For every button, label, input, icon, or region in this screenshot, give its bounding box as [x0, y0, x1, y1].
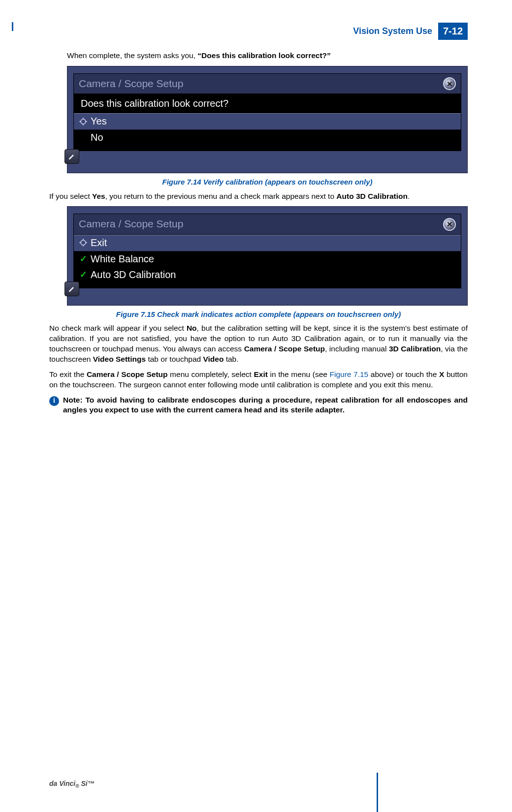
option-no[interactable]: No [74, 130, 461, 146]
panel-body-2: Exit ✓ White Balance ✓ Auto 3D Calibrati… [73, 234, 461, 288]
t-bold-yes: Yes [92, 192, 105, 200]
panel-title-2: Camera / Scope Setup [79, 217, 183, 231]
figure-7-15-caption: Figure 7.15 Check mark indicates action … [49, 310, 468, 319]
target-icon [79, 117, 88, 126]
pn-k: tab. [224, 355, 238, 363]
pn-j: Video [203, 355, 224, 363]
pe-c: menu completely, select [167, 370, 254, 378]
page-number-badge: 7-12 [438, 23, 468, 40]
pe-a: To exit the [49, 370, 87, 378]
camera-scope-panel-verify: Camera / Scope Setup ✕ Does this calibra… [67, 66, 468, 173]
calibration-prompt: Does this calibration look correct? [74, 94, 461, 113]
figure-7-14-caption: Figure 7.14 Verify calibration (appears … [49, 177, 468, 187]
bottom-right-rule [377, 773, 378, 812]
svg-point-5 [81, 240, 86, 245]
close-icon-2[interactable]: ✕ [443, 218, 456, 231]
footer-reg: ® [75, 783, 79, 789]
t-bold-auto3d: Auto 3D Calibration [336, 192, 408, 200]
figure-7-14: Camera / Scope Setup ✕ Does this calibra… [49, 66, 468, 173]
option-no-label: No [91, 131, 103, 144]
page-header: Vision System Use 7-12 [49, 23, 468, 40]
option-white-balance[interactable]: ✓ White Balance [74, 251, 461, 267]
pn-a: No check mark will appear if you select [49, 324, 187, 332]
pe-g: X [439, 370, 444, 378]
figure-7-15-link[interactable]: Figure 7.15 [330, 370, 369, 378]
pe-e: in the menu (see [268, 370, 330, 378]
paragraph-no: No check mark will appear if you select … [49, 323, 468, 365]
top-left-rule [12, 22, 13, 31]
close-icon[interactable]: ✕ [443, 77, 456, 90]
note-block: i Note: To avoid having to calibrate end… [49, 395, 468, 416]
t3: . [408, 192, 410, 200]
section-title: Vision System Use [353, 25, 432, 37]
panel-title: Camera / Scope Setup [79, 77, 183, 91]
option-exit-label: Exit [91, 236, 107, 250]
footer-suffix: Si™ [79, 780, 95, 787]
option-exit[interactable]: Exit [74, 235, 461, 251]
paragraph-yes: If you select Yes, you return to the pre… [49, 191, 468, 202]
figure-7-15: Camera / Scope Setup ✕ Exit ✓ White Bala… [49, 206, 468, 305]
t2: , you return to the previous menu and a … [105, 192, 337, 200]
paragraph-exit: To exit the Camera / Scope Setup menu co… [49, 370, 468, 390]
footer-name: da Vinci [49, 780, 75, 787]
pe-f: above) or touch the [368, 370, 439, 378]
panel-titlebar: Camera / Scope Setup ✕ [73, 73, 461, 94]
option-wb-label: White Balance [91, 252, 154, 266]
check-icon-2: ✓ [79, 269, 88, 281]
target-icon-2 [79, 238, 88, 247]
option-a3d-label: Auto 3D Calibration [91, 268, 176, 281]
option-auto-3d-calibration[interactable]: ✓ Auto 3D Calibration [74, 267, 461, 283]
option-yes[interactable]: Yes [74, 113, 461, 130]
t: If you select [49, 192, 92, 200]
edit-icon-2 [64, 281, 79, 296]
pn-i: tab or touchpad [146, 355, 203, 363]
intro-paragraph: When complete, the system asks you, “Doe… [49, 51, 468, 61]
pe-d: Exit [254, 370, 267, 378]
pn-b: No [187, 324, 197, 332]
svg-point-0 [81, 119, 86, 124]
camera-scope-panel-complete: Camera / Scope Setup ✕ Exit ✓ White Bala… [67, 206, 468, 305]
edit-icon [64, 149, 79, 164]
pe-b: Camera / Scope Setup [87, 370, 168, 378]
pn-f: 3D Calibration [389, 344, 441, 353]
panel-body: Does this calibration look correct? Yes … [73, 94, 461, 151]
check-icon: ✓ [79, 253, 88, 265]
footer-product: da Vinci® Si™ [49, 779, 95, 789]
intro-plain: When complete, the system asks you, [67, 51, 197, 60]
pn-e: , including manual [325, 344, 389, 353]
note-text: Note: To avoid having to calibrate endos… [63, 395, 468, 416]
panel-titlebar-2: Camera / Scope Setup ✕ [73, 214, 461, 234]
option-yes-label: Yes [91, 115, 107, 128]
intro-bold: “Does this calibration look correct?” [197, 51, 330, 60]
pn-h: Video Settings [93, 355, 146, 363]
pn-d: Camera / Scope Setup [244, 344, 325, 353]
info-icon: i [49, 396, 59, 406]
